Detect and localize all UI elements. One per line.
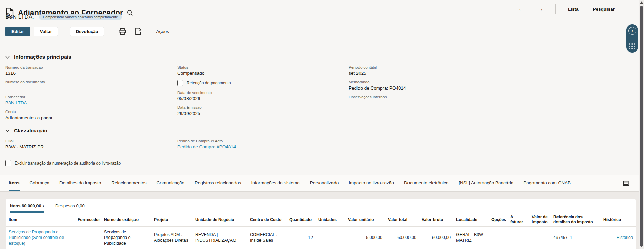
cell-opcoes — [489, 227, 507, 249]
field-retencao-pagamento: Retenção de pagamento — [177, 80, 349, 86]
subtab-bar: Itens 60.000,00 • Despesas 0,00 — [6, 199, 636, 213]
search-icon[interactable] — [127, 10, 133, 16]
field-value: 1316 — [5, 71, 177, 76]
field-label: Número do documento — [5, 80, 177, 84]
field-value — [349, 100, 634, 106]
classificacao-col2: Pedido de Compra c/ Adto Pedido de Compr… — [177, 139, 349, 154]
field-value: Adiantamentos a pagar — [5, 115, 177, 121]
tab-itens[interactable]: Itens — [9, 175, 20, 191]
tab-registros-relacionados[interactable]: Registros relacionados — [195, 175, 241, 191]
field-excluir-auditoria: Excluir transação da numeração de audito… — [5, 160, 121, 166]
field-label: Número da transação — [5, 65, 177, 69]
tab-nsl-automacao-bancaria[interactable]: [NSL] Automação Bancária — [459, 175, 513, 191]
tab-relacionamentos[interactable]: Relacionamentos — [111, 175, 146, 191]
tab-personalizado[interactable]: Personalizado — [310, 175, 339, 191]
section-header-classificacao[interactable]: Classificação — [5, 128, 634, 134]
field-value: 29/09/2025 — [177, 111, 349, 117]
cell-valor-total: 60.000,00 — [385, 227, 419, 249]
app-grid-icon[interactable] — [629, 43, 635, 49]
field-data-emissao: Data Emissão 29/09/2025 — [177, 105, 349, 117]
field-label: Memorando — [349, 80, 634, 84]
chevron-down-icon — [5, 129, 10, 132]
section-title: Classificação — [14, 128, 47, 134]
topnav-divider — [555, 4, 556, 14]
field-label: Filial — [5, 139, 177, 143]
print-icon[interactable] — [119, 28, 126, 35]
col-header-a-faturar: A faturar — [507, 213, 529, 227]
section-informacoes-principais: Informações principais Número da transaç… — [5, 54, 634, 125]
item-link[interactable]: Serviços de Propaganda e Publicidade (Se… — [9, 230, 64, 246]
prev-record-button[interactable]: ← — [516, 6, 526, 13]
cell-projeto: Projetos ADM : Alocações Diretas — [151, 227, 193, 249]
col-header-item: Item — [6, 213, 75, 227]
pesquisar-link[interactable]: Pesquisar — [591, 6, 617, 12]
tab-cobranca[interactable]: Cobrança — [30, 175, 50, 191]
col-header-valor-unitario: Valor unitário — [345, 213, 385, 227]
excluir-auditoria-checkbox[interactable] — [5, 160, 11, 166]
next-record-button[interactable]: → — [536, 6, 545, 13]
field-status: Status Compensado — [177, 65, 349, 76]
field-label: Período contábil — [349, 65, 634, 69]
field-filial: Filial B3W - MATRIZ PR — [5, 139, 177, 150]
record-nav: ← → Lista Pesquisar — [516, 4, 617, 14]
acoes-button[interactable]: Ações — [154, 28, 171, 35]
field-fornecedor: Fornecedor B3N LTDA. — [5, 95, 177, 106]
scrollbar-thumb[interactable] — [640, 6, 643, 247]
col-header-valor-imposto: Valor de imposto — [529, 213, 551, 227]
tab-informacoes-sistema[interactable]: Informações do sistema — [251, 175, 299, 191]
items-table: Item Fornecedor Nome de exibição Projeto… — [6, 213, 636, 249]
subtab-despesas[interactable]: Despesas 0,00 — [55, 203, 85, 213]
field-label: Pedido de Compra c/ Adto — [177, 139, 349, 143]
tab-impacto-livro-razao[interactable]: Impacto no livro-razão — [349, 175, 394, 191]
tab-comunicacao[interactable]: Comunicação — [156, 175, 184, 191]
tab-pagamento-cnab[interactable]: Pagamento com CNAB — [523, 175, 571, 191]
historico-link[interactable]: Histórico — [616, 235, 633, 240]
field-value: 05/08/2026 — [177, 96, 349, 102]
devolucao-button[interactable]: Devolução — [70, 27, 104, 36]
col-header-quantidade: Quantidade — [287, 213, 316, 227]
classificacao-grid: Filial B3W - MATRIZ PR Pedido de Compra … — [5, 139, 634, 154]
field-pedido-compra-adto: Pedido de Compra c/ Adto Pedido de Compr… — [177, 139, 349, 150]
tab-documento-eletronico[interactable]: Documento eletrônico — [404, 175, 448, 191]
retencao-checkbox[interactable] — [177, 80, 183, 86]
tab-content-area: Itens 60.000,00 • Despesas 0,00 Item For… — [0, 192, 639, 249]
field-label: Fornecedor — [5, 95, 177, 99]
voltar-button[interactable]: Voltar — [34, 27, 58, 36]
entity-name: B3N LTDA. — [5, 14, 34, 20]
field-label: Observações Internas — [349, 95, 634, 99]
col-header-centro-custo: Centro de Custo — [247, 213, 287, 227]
help-widget: i — [626, 24, 638, 53]
new-document-icon[interactable] — [135, 28, 142, 35]
col-header-projeto: Projeto — [151, 213, 193, 227]
field-label: Status — [177, 65, 349, 69]
subtab-itens[interactable]: Itens 60.000,00 • — [10, 203, 44, 213]
fornecedor-link[interactable]: B3N LTDA. — [5, 100, 28, 105]
field-memorando: Memorando Pedido de Compra: PO4814 — [349, 80, 634, 91]
page-scrollbar[interactable] — [639, 0, 644, 249]
cell-fornecedor — [75, 227, 101, 249]
items-panel: Itens 60.000,00 • Despesas 0,00 Item For… — [6, 199, 636, 249]
info-icon[interactable]: i — [628, 27, 636, 35]
scroll-up-arrow[interactable] — [640, 1, 643, 4]
editar-button[interactable]: Editar — [5, 27, 30, 36]
pedido-compra-link[interactable]: Pedido de Compra #PO4814 — [177, 144, 236, 149]
section-header-main[interactable]: Informações principais — [5, 54, 634, 60]
main-info-col1: Número da transação 1316 Número do docum… — [5, 65, 177, 125]
table-view-icon[interactable] — [623, 181, 629, 186]
field-periodo-contabil: Período contábil set 2025 — [349, 65, 634, 76]
cell-quantidade: 12 — [287, 227, 316, 249]
tab-detalhes-imposto[interactable]: Detalhes do imposto — [59, 175, 101, 191]
cell-valor-bruto: 60.000,00 — [419, 227, 453, 249]
field-observacoes-internas: Observações Internas — [349, 95, 634, 106]
col-header-valor-total: Valor total — [385, 213, 419, 227]
section-classificacao: Classificação Filial B3W - MATRIZ PR Ped… — [5, 128, 634, 154]
col-header-localidade: Localidade — [453, 213, 489, 227]
lista-link[interactable]: Lista — [566, 6, 581, 12]
main-info-col2: Status Compensado Retenção de pagamento … — [177, 65, 349, 120]
cell-centro-custo: COMERCIAL : Inside Sales — [247, 227, 287, 249]
main-info-grid: Número da transação 1316 Número do docum… — [5, 65, 634, 125]
tab-bar: Itens Cobrança Detalhes do imposto Relac… — [0, 175, 639, 192]
col-header-nome-exibicao: Nome de exibição — [101, 213, 151, 227]
cell-valor-imposto — [529, 227, 551, 249]
field-numero-documento: Número do documento — [5, 80, 177, 91]
